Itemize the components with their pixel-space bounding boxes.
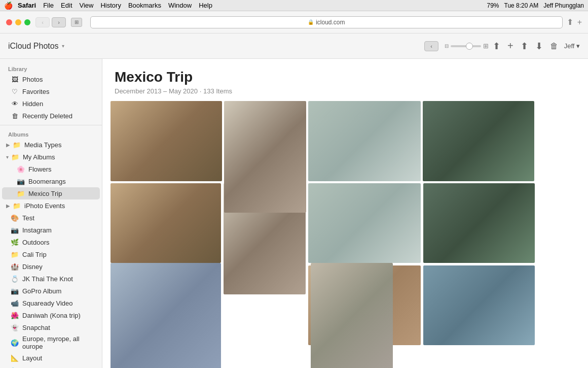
media-types-arrow: ▶ [6, 142, 10, 148]
sidebar-toggle-button[interactable]: ⊞ [71, 18, 82, 27]
add-button[interactable]: + [507, 40, 513, 52]
boomerangs-icon: 📷 [16, 177, 25, 186]
menu-edit[interactable]: Edit [61, 2, 72, 9]
sidebar-item-cali-trip[interactable]: 📁 Cali Trip [2, 248, 100, 260]
europe-icon: 🌍 [10, 338, 19, 347]
new-tab-icon[interactable]: + [577, 18, 582, 27]
sidebar-item-layout[interactable]: 📐 Layout [2, 352, 100, 364]
traffic-lights [6, 19, 30, 25]
menu-help[interactable]: Help [199, 2, 212, 9]
photos-icon: 🖼 [10, 75, 19, 84]
sidebar-mexico-trip-label: Mexico Trip [28, 190, 62, 197]
sidebar-item-flowers[interactable]: 🌸 Flowers [2, 163, 100, 175]
sidebar-item-instagram[interactable]: 📷 Instagram [2, 224, 100, 236]
photos-chevron[interactable]: ▾ [62, 43, 64, 49]
photo-cell-hotel[interactable] [311, 263, 393, 368]
user-menu-button[interactable]: Jeff ▾ [564, 42, 580, 50]
sidebar: Library 🖼 Photos ♡ Favorites 👁 Hidden 🗑 … [0, 59, 102, 368]
share-photos-button[interactable]: ⬆ [521, 41, 528, 52]
sidebar-my-albums-group[interactable]: ▾ 📁 My Albums [2, 151, 100, 163]
menu-safari[interactable]: Safari [18, 2, 36, 9]
date-range: December 2013 – May 2020 [115, 87, 198, 95]
browser-toolbar-right: ⬆ + [567, 17, 582, 27]
zoom-track[interactable] [451, 45, 481, 47]
sidebar-item-recently-deleted[interactable]: 🗑 Recently Deleted [2, 110, 100, 122]
upload-button[interactable]: ⬆ [493, 41, 500, 52]
sidebar-item-mexico-trip[interactable]: 📁 Mexico Trip [2, 187, 100, 199]
back-button[interactable]: ‹ [35, 17, 50, 27]
layout-icon: 📐 [10, 353, 19, 362]
header-back-button[interactable]: ‹ [424, 41, 438, 51]
menu-view[interactable]: View [80, 2, 94, 9]
minimize-button[interactable] [15, 19, 21, 25]
sidebar-iphoto-events-group[interactable]: ▶ 📁 iPhoto Events [2, 199, 100, 212]
sidebar-item-boomerangs[interactable]: 📷 Boomerangs [2, 175, 100, 187]
zoom-thumb[interactable] [466, 43, 473, 50]
squaready-icon: 📹 [10, 298, 19, 308]
sidebar-item-daniwah[interactable]: 🌺 Daniwah (Kona trip) [2, 309, 100, 321]
photo-cell[interactable] [423, 101, 534, 181]
content-header: Mexico Trip December 2013 – May 2020 · 1… [102, 59, 588, 101]
sidebar-twitter-label: Twitter [22, 366, 42, 369]
content-area: Mexico Trip December 2013 – May 2020 · 1… [102, 59, 588, 368]
browser-nav: ‹ › [35, 17, 66, 27]
menubar-right: 79% Tue 8:20 AM Jeff Phungglan [487, 2, 584, 9]
left-col-2 [111, 263, 221, 368]
download-button[interactable]: ⬇ [535, 41, 543, 52]
hidden-icon: 👁 [10, 99, 19, 108]
apple-menu[interactable]: 🍎 [4, 2, 13, 10]
sidebar-item-squaready[interactable]: 📹 Squaready Video [2, 297, 100, 309]
sidebar-outdoors-label: Outdoors [22, 239, 49, 246]
menu-history[interactable]: History [100, 2, 121, 9]
photo-cell[interactable] [111, 101, 222, 181]
sidebar-item-hidden[interactable]: 👁 Hidden [2, 97, 100, 110]
zoom-large-icon: ⊞ [483, 42, 489, 50]
sidebar-item-jk-thai[interactable]: 💍 JK Thai The Knot [2, 273, 100, 285]
close-button[interactable] [6, 19, 12, 25]
subtitle-dot: · [200, 87, 202, 95]
zoom-slider[interactable]: ⊟ ⊞ [445, 42, 489, 50]
daniwah-icon: 🌺 [10, 311, 19, 320]
sidebar-item-gopro[interactable]: 📷 GoPro Album [2, 285, 100, 297]
photo-cell-beach[interactable] [423, 265, 535, 345]
menu-file[interactable]: File [43, 2, 54, 9]
sidebar-item-disney[interactable]: 🏰 Disney [2, 260, 100, 273]
forward-button[interactable]: › [52, 17, 66, 27]
share-icon[interactable]: ⬆ [567, 17, 573, 27]
sidebar-item-test[interactable]: 🎨 Test [2, 212, 100, 224]
sidebar-item-twitter[interactable]: 🐦 Twitter [2, 364, 100, 368]
sidebar-media-types-group[interactable]: ▶ 📁 Media Types [2, 139, 100, 151]
sidebar-item-photos[interactable]: 🖼 Photos [2, 73, 100, 85]
menu-bookmarks[interactable]: Bookmarks [128, 2, 161, 9]
menu-window[interactable]: Window [168, 2, 192, 9]
url-text: icloud.com [316, 19, 345, 26]
user-name: Jeff Phungglan [543, 2, 584, 9]
photo-cell-greenery[interactable] [111, 263, 221, 368]
favorites-icon: ♡ [10, 87, 19, 96]
item-count: 133 Items [203, 87, 232, 95]
sidebar-favorites-label: Favorites [22, 88, 49, 95]
sidebar-media-types-label: Media Types [24, 141, 61, 149]
page-title: Mexico Trip [115, 69, 576, 85]
main-layout: Library 🖼 Photos ♡ Favorites 👁 Hidden 🗑 … [0, 59, 588, 368]
fullscreen-button[interactable] [24, 19, 30, 25]
photo-cell[interactable] [224, 101, 306, 213]
header-actions: ⬆ + ⬆ ⬇ 🗑 [493, 40, 558, 52]
photo-cell[interactable] [308, 101, 421, 181]
sidebar-item-snapchat[interactable]: 👻 Snapchat [2, 321, 100, 333]
disney-icon: 🏰 [10, 262, 19, 271]
sidebar-item-outdoors[interactable]: 🌿 Outdoors [2, 236, 100, 248]
sidebar-item-favorites[interactable]: ♡ Favorites [2, 85, 100, 97]
url-bar[interactable]: 🔒 icloud.com [90, 16, 563, 28]
iphoto-events-icon: 📁 [12, 201, 21, 210]
sidebar-europe-label: Europe, myrope, all ourope [22, 335, 94, 350]
sidebar-item-europe[interactable]: 🌍 Europe, myrope, all ourope [2, 333, 100, 352]
sidebar-squaready-label: Squaready Video [22, 299, 73, 307]
sidebar-recently-deleted-label: Recently Deleted [22, 112, 72, 120]
my-albums-arrow: ▾ [6, 154, 9, 160]
app-logo: iCloud Photos [8, 42, 59, 51]
jk-thai-icon: 💍 [10, 274, 19, 283]
delete-button[interactable]: 🗑 [550, 42, 558, 51]
sidebar-jk-thai-label: JK Thai The Knot [22, 275, 73, 283]
header-nav: ‹ [424, 41, 438, 51]
